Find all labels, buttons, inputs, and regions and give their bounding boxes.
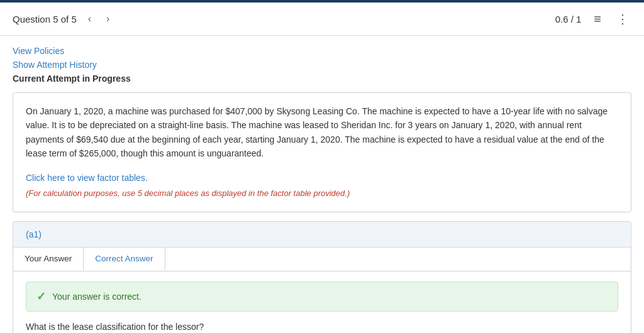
correct-text: Your answer is correct.	[52, 292, 142, 302]
tab-content: ✓ Your answer is correct. What is the le…	[13, 271, 631, 333]
list-icon: ≡	[594, 12, 601, 26]
check-icon: ✓	[36, 290, 46, 303]
next-button[interactable]: ›	[103, 12, 113, 26]
calculation-note: (For calculation purposes, use 5 decimal…	[26, 187, 618, 200]
prev-button[interactable]: ‹	[84, 12, 95, 26]
more-icon: ⋮	[616, 12, 629, 26]
question-box: On January 1, 2020, a machine was purcha…	[13, 92, 631, 212]
question-text: On January 1, 2020, a machine was purcha…	[26, 104, 618, 161]
lease-question: What is the lease classification for the…	[26, 322, 618, 332]
correct-banner: ✓ Your answer is correct.	[26, 281, 618, 312]
view-policies-link[interactable]: View Policies	[13, 46, 631, 56]
question-title: Question 5 of 5	[13, 14, 77, 25]
main-content: View Policies Show Attempt History Curre…	[0, 36, 644, 333]
tab-correct-answer[interactable]: Correct Answer	[84, 248, 165, 271]
tabs-container: Your Answer Correct Answer ✓ Your answer…	[13, 248, 631, 333]
score-display: 0.6 / 1	[555, 14, 582, 25]
header-right: 0.6 / 1 ≡ ⋮	[555, 9, 631, 29]
show-attempt-history-link[interactable]: Show Attempt History	[13, 60, 631, 70]
section-a1: (a1)	[13, 221, 631, 248]
tabs: Your Answer Correct Answer	[13, 248, 631, 271]
factor-link[interactable]: Click here to view factor tables.	[26, 173, 148, 183]
list-icon-button[interactable]: ≡	[591, 9, 604, 29]
tab-your-answer[interactable]: Your Answer	[13, 248, 84, 271]
header-left: Question 5 of 5 ‹ ›	[13, 12, 113, 26]
section-a1-label: (a1)	[26, 229, 42, 239]
more-options-button[interactable]: ⋮	[614, 9, 631, 29]
header: Question 5 of 5 ‹ › 0.6 / 1 ≡ ⋮	[0, 3, 644, 36]
current-attempt-label: Current Attempt in Progress	[13, 74, 631, 84]
